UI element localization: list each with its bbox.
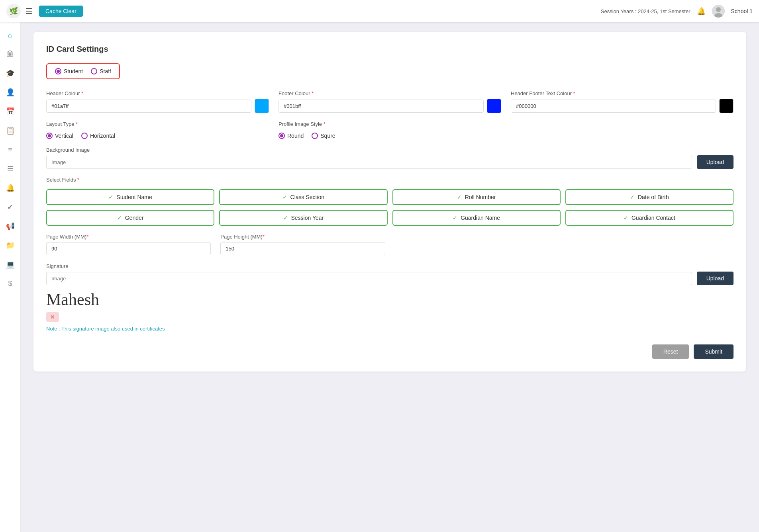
reset-button[interactable]: Reset (652, 344, 689, 359)
horizontal-radio[interactable] (81, 133, 88, 139)
staff-radio[interactable] (91, 68, 97, 74)
profile-image-style-group: Profile Image Style * Round Squre (278, 121, 501, 139)
submit-button[interactable]: Submit (694, 344, 734, 359)
staff-radio-label[interactable]: Staff (91, 68, 111, 74)
sidebar-item-files[interactable]: 📁 (2, 237, 18, 253)
svg-point-3 (716, 7, 721, 12)
horizontal-radio-label[interactable]: Horizontal (81, 133, 115, 139)
layout: ⌂ 🏛 🎓 👤 📅 📋 ≡ ☰ 🔔 ✔ 📢 📁 💻 $ ID Card Sett… (0, 22, 759, 532)
sidebar-item-notifications[interactable]: 🔔 (2, 180, 18, 196)
signature-label: Signature (46, 263, 734, 269)
actions-row: Reset Submit (46, 344, 734, 359)
type-selector-box: Student Staff (46, 63, 120, 79)
header-colour-group: Header Colour * (46, 90, 269, 113)
sidebar-item-tasks[interactable]: ✔ (2, 199, 18, 215)
squre-radio[interactable] (312, 133, 318, 139)
sidebar-item-attendance[interactable]: 📋 (2, 123, 18, 139)
page-dimensions-row: Page Width (MM)* Page Height (MM)* (46, 234, 734, 255)
header-colour-label: Header Colour * (46, 90, 269, 96)
signature-upload-button[interactable]: Upload (697, 272, 734, 285)
footer-colour-group: Footer Colour * (278, 90, 501, 113)
page-width-label: Page Width (MM)* (46, 234, 211, 240)
layout-profile-row: Layout Type * Vertical Horizontal (46, 121, 734, 139)
field-roll-number[interactable]: ✓ Roll Number (392, 189, 561, 205)
field-gender[interactable]: ✓ Gender (46, 210, 214, 226)
background-image-group: Background Image Upload (46, 147, 734, 169)
page-width-input[interactable] (46, 242, 211, 255)
header-footer-text-colour-label: Header Footer Text Colour * (511, 90, 734, 96)
horizontal-label: Horizontal (90, 133, 115, 139)
signature-upload-row: Upload (46, 272, 734, 285)
layout-type-label: Layout Type * (46, 121, 269, 127)
header-footer-text-colour-input-row (511, 99, 734, 113)
sidebar-item-calendar[interactable]: 📅 (2, 104, 18, 119)
school-label: School 1 (731, 8, 753, 14)
header-footer-text-colour-input[interactable] (511, 100, 716, 113)
filler-dim2 (569, 234, 734, 255)
profile-style-radios: Round Squre (278, 133, 501, 139)
colour-row: Header Colour * Footer Colour * (46, 90, 734, 113)
vertical-radio-label[interactable]: Vertical (46, 133, 73, 139)
navbar: 🌿 ☰ Cache Clear Session Years : 2024-25,… (0, 0, 759, 22)
field-guardian-contact[interactable]: ✓ Guardian Contact (565, 210, 734, 226)
layout-type-group: Layout Type * Vertical Horizontal (46, 121, 269, 139)
select-fields-label: Select Fields * (46, 177, 734, 183)
svg-text:🌿: 🌿 (9, 7, 18, 16)
student-label: Student (64, 68, 83, 74)
page-height-group: Page Height (MM)* (220, 234, 385, 255)
field-session-year[interactable]: ✓ Session Year (219, 210, 387, 226)
round-radio-label[interactable]: Round (278, 133, 304, 139)
cache-clear-button[interactable]: Cache Clear (39, 6, 83, 17)
header-colour-input-row (46, 99, 269, 113)
signature-image-input[interactable] (46, 272, 692, 285)
navbar-right: Session Years : 2024-25, 1st Semester 🔔 … (601, 5, 753, 18)
header-footer-text-colour-swatch[interactable] (719, 99, 734, 113)
settings-card: ID Card Settings Student Staff Header Co… (33, 32, 746, 372)
page-height-label: Page Height (MM)* (220, 234, 385, 240)
round-radio[interactable] (278, 133, 285, 139)
sidebar-item-reports[interactable]: ≡ (2, 142, 18, 158)
profile-image-style-label: Profile Image Style * (278, 121, 501, 127)
header-colour-swatch[interactable] (255, 99, 269, 113)
sidebar-item-announcements[interactable]: 📢 (2, 218, 18, 234)
footer-colour-swatch[interactable] (487, 99, 501, 113)
field-student-name[interactable]: ✓ Student Name (46, 189, 214, 205)
signature-note: Note : This signature image also used in… (46, 326, 734, 332)
field-class-section[interactable]: ✓ Class Section (219, 189, 387, 205)
sidebar-item-computer[interactable]: 💻 (2, 256, 18, 272)
sidebar-item-finance[interactable]: $ (2, 276, 18, 291)
menu-icon[interactable]: ☰ (25, 6, 33, 16)
round-label: Round (287, 133, 304, 139)
filler-dim (395, 234, 559, 255)
footer-colour-input[interactable] (278, 100, 484, 113)
notification-icon[interactable]: 🔔 (697, 7, 706, 16)
vertical-radio[interactable] (46, 133, 53, 139)
sidebar-item-home[interactable]: ⌂ (2, 27, 18, 43)
footer-colour-label: Footer Colour * (278, 90, 501, 96)
background-image-label: Background Image (46, 147, 734, 153)
sidebar-item-academics[interactable]: 🎓 (2, 65, 18, 81)
user-avatar[interactable] (712, 5, 725, 18)
student-radio-label[interactable]: Student (55, 68, 83, 74)
squre-radio-label[interactable]: Squre (312, 133, 335, 139)
sidebar-item-list[interactable]: ☰ (2, 161, 18, 177)
sidebar-item-user[interactable]: 👤 (2, 84, 18, 100)
page-height-input[interactable] (220, 242, 385, 255)
vertical-label: Vertical (55, 133, 73, 139)
select-fields-group: Select Fields * ✓ Student Name ✓ Class S… (46, 177, 734, 226)
page-width-group: Page Width (MM)* (46, 234, 211, 255)
background-image-upload-button[interactable]: Upload (697, 155, 734, 169)
session-text: Session Years : 2024-25, 1st Semester (601, 8, 690, 14)
layout-type-radios: Vertical Horizontal (46, 133, 269, 139)
header-colour-input[interactable] (46, 100, 251, 113)
staff-label: Staff (100, 68, 111, 74)
field-date-of-birth[interactable]: ✓ Date of Birth (565, 189, 734, 205)
field-guardian-name[interactable]: ✓ Guardian Name (392, 210, 561, 226)
sidebar-item-institution[interactable]: 🏛 (2, 46, 18, 62)
signature-remove-button[interactable]: ✕ (46, 312, 59, 322)
student-radio[interactable] (55, 68, 61, 74)
background-image-input[interactable] (46, 156, 692, 169)
fields-grid: ✓ Student Name ✓ Class Section ✓ Roll Nu… (46, 189, 734, 226)
page-title: ID Card Settings (46, 45, 734, 54)
header-footer-text-colour-group: Header Footer Text Colour * (511, 90, 734, 113)
